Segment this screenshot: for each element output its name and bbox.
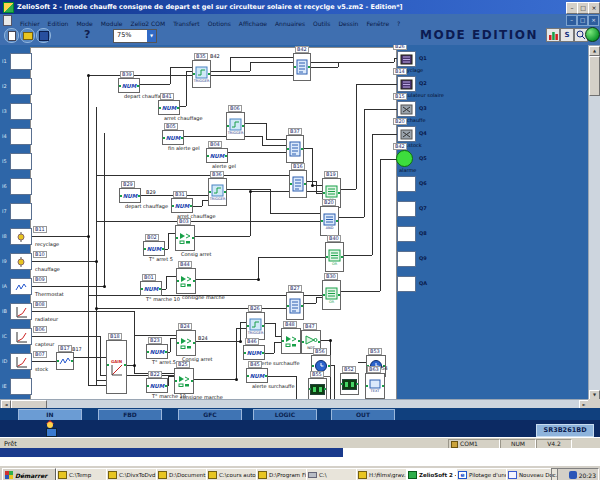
block-B20[interactable]: AND xyxy=(320,206,339,236)
wire-junction xyxy=(311,184,314,187)
input-slot-I6[interactable] xyxy=(10,178,32,195)
taskbar-item-3[interactable]: D:\Document... xyxy=(156,468,208,480)
simulation-button[interactable]: S xyxy=(560,28,574,42)
vertical-scrollbar[interactable]: ▲ ▼ xyxy=(588,45,600,401)
wire xyxy=(372,134,397,135)
block-B02[interactable]: NUM xyxy=(143,241,165,256)
zelio-run-icon[interactable] xyxy=(585,27,600,42)
fbd-canvas[interactable]: B42B29B24B17B54NUMB39depart chauffageTRI… xyxy=(0,45,600,399)
block-tag-B05: B05 xyxy=(164,123,178,130)
input-slot-I9[interactable] xyxy=(10,253,32,270)
block-B31[interactable]: NUM xyxy=(171,198,193,213)
taskbar-item-8[interactable]: ZelioSoft 2 -... xyxy=(406,468,458,480)
input-slot-I4[interactable] xyxy=(10,128,32,145)
taskbar-item-2[interactable]: C:\DivxToDvd xyxy=(106,468,158,480)
input-slot-IC[interactable] xyxy=(10,328,32,345)
block-B55[interactable] xyxy=(308,378,327,399)
block-B39[interactable]: NUM xyxy=(118,78,140,93)
block-B48[interactable] xyxy=(281,328,301,354)
block-B30[interactable]: OR xyxy=(322,280,341,310)
input-slot-IA[interactable] xyxy=(10,278,32,295)
output-slot-Q2[interactable] xyxy=(397,76,416,92)
block-B06[interactable]: TRIGGER xyxy=(226,112,245,140)
input-slot-I2[interactable] xyxy=(10,78,32,95)
block-B27[interactable] xyxy=(286,292,304,320)
block-B18[interactable]: GAIN xyxy=(106,340,127,394)
block-B03[interactable] xyxy=(175,225,195,251)
output-slot-Q9[interactable] xyxy=(397,251,416,267)
block-tag-B30: B30 xyxy=(324,273,338,280)
start-button[interactable]: Démarrer xyxy=(2,468,56,480)
block-B24[interactable] xyxy=(176,330,196,356)
output-slot-Q3[interactable] xyxy=(397,101,416,117)
mdi-minimize-button[interactable]: – xyxy=(566,15,577,26)
block-B44[interactable] xyxy=(176,268,196,294)
wire xyxy=(274,342,281,343)
block-B40[interactable]: OR xyxy=(325,242,344,272)
block-B46[interactable]: NUM xyxy=(243,345,265,360)
block-B42[interactable] xyxy=(293,53,311,81)
chevron-down-icon[interactable]: ▼ xyxy=(147,30,156,42)
block-B25[interactable] xyxy=(174,368,194,394)
output-slot-Q8[interactable] xyxy=(397,226,416,242)
monitoring-chart-button[interactable] xyxy=(546,28,560,42)
output-slot-Q7[interactable] xyxy=(397,201,416,217)
wire xyxy=(168,233,175,234)
input-slot-I3[interactable] xyxy=(10,103,32,120)
block-B35[interactable]: TRIGGER xyxy=(192,60,211,88)
block-B37[interactable] xyxy=(286,135,304,163)
wire xyxy=(30,311,134,312)
block-B23[interactable]: NUM xyxy=(146,344,168,359)
wiring-sheet[interactable] xyxy=(30,47,397,399)
input-slot-ID[interactable] xyxy=(10,353,32,370)
taskbar-item-5[interactable]: D:\Program Fi... xyxy=(256,468,308,480)
block-B29[interactable]: NUM xyxy=(119,188,141,203)
wire xyxy=(135,195,208,196)
block-tag-B18: B18 xyxy=(108,333,122,340)
mdi-restore-button[interactable]: □ xyxy=(577,15,588,26)
block-B45[interactable]: NUM xyxy=(246,368,268,383)
scroll-up-icon[interactable]: ▲ xyxy=(589,46,600,56)
block-B04[interactable]: NUM xyxy=(206,148,228,163)
block-caption: Consig arret xyxy=(181,251,212,257)
system-tray[interactable]: 20:23 xyxy=(551,468,599,480)
input-slot-I1[interactable] xyxy=(10,53,32,70)
vertical-scroll-thumb[interactable] xyxy=(589,56,600,96)
help-button[interactable]: ? xyxy=(84,28,90,41)
input-slot-I5[interactable] xyxy=(10,153,32,170)
output-slot-Q6[interactable] xyxy=(397,176,416,192)
input-slot-I8[interactable] xyxy=(10,228,32,245)
block-B52[interactable] xyxy=(340,373,359,395)
output-label-Q5: alarme xyxy=(399,167,416,173)
block-B63[interactable]: TEXT xyxy=(365,373,385,399)
mdi-close-button[interactable]: × xyxy=(588,15,599,26)
close-button[interactable]: × xyxy=(588,2,600,14)
wire xyxy=(96,380,106,381)
taskbar-item-1[interactable]: C:\Temp xyxy=(56,468,108,480)
block-B17[interactable] xyxy=(56,352,74,370)
input-slot-IB[interactable] xyxy=(10,303,32,320)
block-B22[interactable]: NUM xyxy=(146,378,168,393)
zoom-select[interactable]: 75% ▼ xyxy=(113,29,157,43)
taskbar-item-4[interactable]: C:\cours auto... xyxy=(206,468,258,480)
taskbar-item-9[interactable]: ePilotage d'une... xyxy=(456,468,508,480)
block-B26[interactable]: TRIGGER xyxy=(246,312,265,340)
wire xyxy=(88,75,293,76)
block-B41[interactable]: NUM xyxy=(158,100,180,115)
block-B01[interactable]: NUM xyxy=(140,281,162,296)
taskbar-item-6[interactable]: C:\ xyxy=(306,468,358,480)
block-B36[interactable]: TRIGGER xyxy=(208,178,227,206)
new-file-button[interactable] xyxy=(4,28,19,43)
block-B16[interactable] xyxy=(289,170,307,198)
output-lamp-Q5[interactable] xyxy=(396,150,413,167)
tray-app-icon[interactable] xyxy=(569,471,577,479)
save-button[interactable] xyxy=(36,28,51,43)
input-slot-IE[interactable] xyxy=(10,378,32,395)
output-slot-Q4[interactable] xyxy=(397,126,416,142)
taskbar-item-7[interactable]: H:\films\grav... xyxy=(356,468,408,480)
input-slot-I7[interactable] xyxy=(10,203,32,220)
open-file-button[interactable] xyxy=(20,28,35,43)
output-slot-Q1[interactable] xyxy=(397,51,416,67)
output-slot-QA[interactable] xyxy=(397,276,416,292)
block-B05[interactable]: NUM xyxy=(162,130,184,145)
